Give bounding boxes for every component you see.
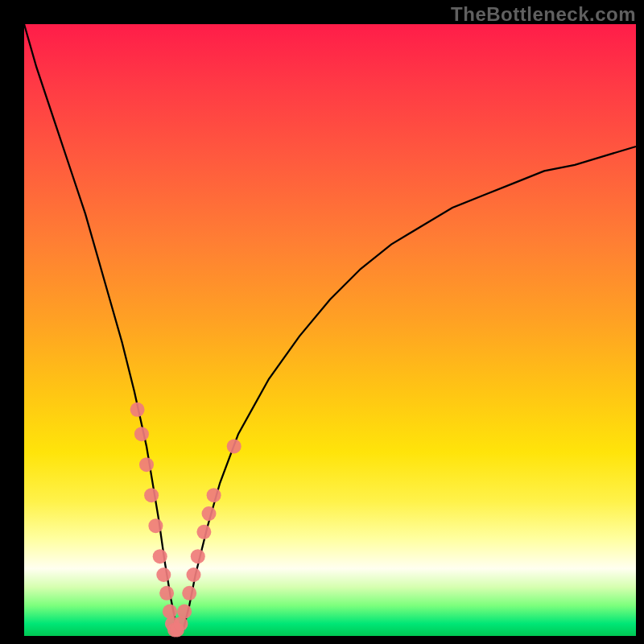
data-dot (196, 525, 211, 539)
data-dot (153, 549, 167, 564)
plot-area (24, 24, 636, 636)
data-dot (191, 549, 205, 564)
data-dot (177, 605, 192, 619)
data-dot (139, 457, 154, 472)
data-dot (156, 568, 171, 582)
data-dot (187, 568, 201, 582)
left-arm-dots (130, 402, 184, 638)
data-dot (202, 506, 217, 521)
data-dot (163, 605, 177, 619)
data-dot (148, 518, 163, 533)
right-arm-dots (174, 439, 242, 630)
data-dot (174, 617, 188, 631)
data-dot (130, 402, 145, 417)
chart-frame: TheBottleneck.com (0, 0, 644, 644)
watermark-text: TheBottleneck.com (451, 3, 636, 26)
data-dot (134, 427, 149, 441)
data-dot (144, 488, 159, 502)
data-dot (227, 439, 242, 453)
bottleneck-curve (24, 24, 636, 630)
data-dot (182, 586, 196, 601)
data-dot (207, 488, 221, 502)
chart-svg (24, 24, 636, 636)
data-dot (159, 586, 174, 601)
